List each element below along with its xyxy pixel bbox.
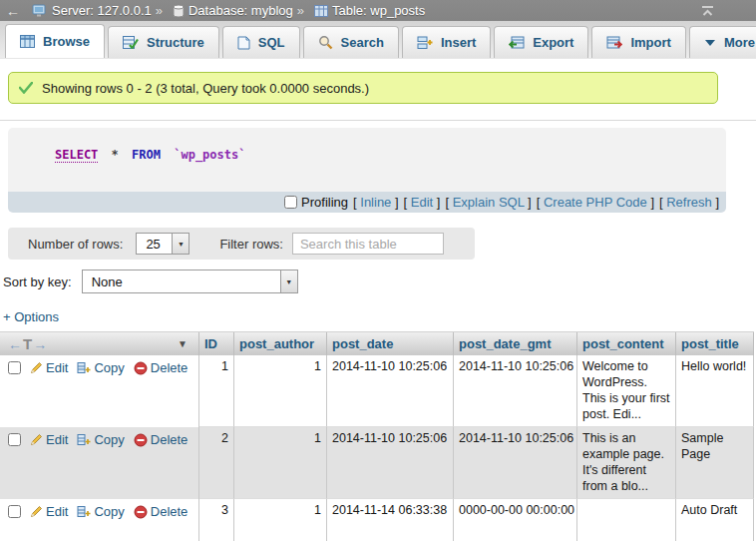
import-icon: [606, 36, 622, 49]
cell-post_title: Auto Draft: [676, 499, 754, 541]
tab-label: Structure: [147, 35, 204, 50]
tab-label: More: [724, 35, 755, 50]
back-arrow-icon[interactable]: ←: [0, 3, 26, 19]
edit-link[interactable]: Edit: [30, 504, 68, 519]
tab-label: Search: [341, 35, 384, 50]
tab-sql[interactable]: SQL: [222, 26, 300, 58]
row-checkbox[interactable]: [8, 505, 21, 518]
breadcrumb-server[interactable]: Server: 127.0.0.1: [52, 3, 152, 18]
sql-star: *: [112, 148, 119, 162]
copy-icon: [77, 505, 91, 518]
copy-icon: [77, 361, 91, 374]
cell-post_date: 2014-11-10 10:25:06: [327, 427, 454, 499]
rows-bar: Number of rows: 25 ▼ Filter rows:: [8, 228, 475, 260]
collapse-icon[interactable]: [701, 6, 714, 16]
sql-select-keyword[interactable]: SELECT: [55, 148, 98, 163]
browse-icon: [20, 35, 35, 48]
row-checkbox[interactable]: [8, 433, 21, 446]
breadcrumb-separator: »: [297, 3, 304, 18]
server-bar: ← Server: 127.0.0.1 » Database: myblog »…: [0, 0, 756, 21]
table-row: EditCopyDelete112014-11-10 10:25:062014-…: [0, 355, 754, 427]
row-checkbox[interactable]: [8, 361, 21, 374]
cell-ID: 3: [199, 499, 234, 541]
breadcrumb-database[interactable]: Database: myblog: [189, 3, 293, 18]
column-nav-tee-icon[interactable]: T: [23, 335, 32, 352]
filter-rows-input[interactable]: [292, 233, 444, 255]
column-header-post_content[interactable]: post_content: [577, 332, 676, 355]
column-header-post_date[interactable]: post_date: [327, 332, 454, 355]
column-nav-control[interactable]: ← T →: [5, 335, 47, 352]
filter-rows-label: Filter rows:: [219, 237, 283, 252]
delete-link[interactable]: Delete: [134, 360, 189, 375]
section-divider: [0, 120, 756, 121]
sort-by-key-label: Sort by key:: [3, 274, 72, 289]
sql-query: SELECT * FROM `wp_posts`: [8, 128, 726, 192]
tab-more[interactable]: More: [689, 26, 756, 58]
chevron-down-icon: ▼: [280, 270, 297, 292]
actions-column-header: ← T → ▼: [0, 332, 199, 355]
table-row: EditCopyDelete212014-11-10 10:25:062014-…: [0, 427, 754, 499]
options-toggle[interactable]: + Options: [3, 309, 59, 324]
column-header-ID[interactable]: ID: [199, 332, 234, 355]
cell-post_author: 1: [234, 427, 327, 499]
profiling-link-edit[interactable]: Edit: [411, 195, 433, 210]
cell-post_date_gmt: 2014-11-10 10:25:06: [454, 355, 577, 427]
delete-icon: [134, 433, 148, 447]
profiling-link-create-php-code[interactable]: Create PHP Code: [544, 195, 647, 210]
breadcrumb-separator: »: [156, 3, 163, 18]
query-box: SELECT * FROM `wp_posts` Profiling [ Inl…: [8, 128, 726, 213]
tab-search[interactable]: Search: [303, 26, 399, 58]
chevron-down-icon: ▼: [172, 234, 189, 254]
database-icon: [173, 4, 185, 18]
edit-link[interactable]: Edit: [30, 360, 68, 375]
row-actions: EditCopyDelete: [0, 499, 199, 541]
delete-link[interactable]: Delete: [134, 432, 189, 447]
column-header-post_author[interactable]: post_author: [234, 332, 327, 355]
profiling-label: Profiling: [301, 195, 348, 210]
copy-link[interactable]: Copy: [77, 360, 124, 375]
tab-label: Insert: [441, 35, 476, 50]
tab-label: SQL: [258, 35, 285, 50]
delete-link[interactable]: Delete: [134, 504, 189, 519]
sort-options-icon[interactable]: ▼: [178, 338, 193, 349]
sort-by-key-value: None: [83, 274, 132, 289]
cell-post_content: This is an example page. It's different …: [577, 427, 676, 499]
tab-bar: BrowseStructureSQLSearchInsertExportImpo…: [0, 21, 756, 59]
row-actions: EditCopyDelete: [0, 355, 199, 427]
profiling-checkbox[interactable]: [284, 196, 297, 209]
column-nav-right-icon[interactable]: →: [33, 336, 47, 352]
column-header-post_title[interactable]: post_title: [676, 332, 754, 355]
results-table: ← T → ▼ IDpost_authorpost_datepost_date_…: [0, 331, 754, 541]
rows-per-page-select[interactable]: 25 ▼: [136, 233, 189, 255]
column-nav-left-icon[interactable]: ←: [8, 336, 22, 352]
sql-icon: [237, 36, 250, 50]
copy-icon: [77, 433, 91, 446]
profiling-link-explain-sql[interactable]: Explain SQL: [453, 195, 525, 210]
tab-export[interactable]: Export: [494, 26, 588, 58]
profiling-links: [ Inline ][ Edit ][ Explain SQL ][ Creat…: [348, 195, 719, 210]
profiling-link-inline[interactable]: Inline: [360, 195, 391, 210]
column-header-post_date_gmt[interactable]: post_date_gmt: [454, 332, 577, 355]
sort-by-key-select[interactable]: None ▼: [82, 270, 298, 293]
tab-structure[interactable]: Structure: [108, 26, 219, 58]
pencil-icon: [30, 433, 43, 446]
profiling-link-refresh[interactable]: Refresh: [666, 195, 712, 210]
server-icon: [32, 4, 48, 17]
cell-post_date_gmt: 0000-00-00 00:00:00: [454, 499, 577, 541]
tab-browse[interactable]: Browse: [5, 24, 105, 58]
sort-row: Sort by key: None ▼: [3, 269, 298, 294]
copy-link[interactable]: Copy: [77, 504, 124, 519]
more-icon: [704, 39, 716, 47]
status-message-text: Showing rows 0 - 2 (3 total, Query took …: [42, 81, 369, 96]
copy-link[interactable]: Copy: [77, 432, 124, 447]
tab-label: Browse: [43, 34, 90, 49]
rows-per-page-value: 25: [137, 237, 169, 252]
edit-link[interactable]: Edit: [30, 432, 68, 447]
cell-ID: 2: [199, 427, 234, 499]
cell-post_author: 1: [234, 355, 327, 427]
delete-icon: [134, 505, 148, 519]
breadcrumb-table[interactable]: Table: wp_posts: [332, 3, 425, 18]
tab-label: Import: [630, 35, 670, 50]
tab-import[interactable]: Import: [591, 26, 685, 58]
tab-insert[interactable]: Insert: [402, 26, 491, 58]
